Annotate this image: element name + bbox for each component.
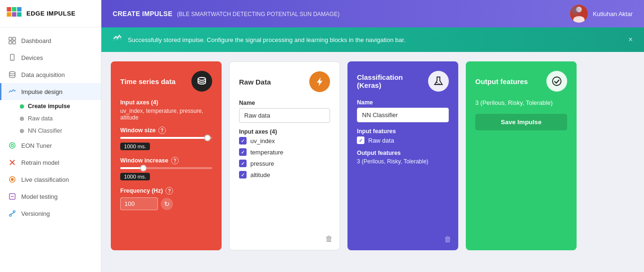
- window-size-slider-row: Window size ? 1000 ms.: [120, 127, 212, 154]
- window-size-slider-track[interactable]: [120, 137, 212, 139]
- raw-data-delete-icon[interactable]: 🗑: [325, 235, 333, 243]
- alert-content: Successfully stored impulse. Configure t…: [113, 34, 405, 45]
- output-features-card: Output features 3 (Perilous, Risky, Tole…: [466, 61, 577, 250]
- svg-point-31: [437, 82, 438, 83]
- time-series-card-header: Time series data: [120, 71, 212, 92]
- window-increase-slider-track[interactable]: [120, 167, 212, 169]
- dashboard-icon: [8, 36, 17, 45]
- sidebar: EDGE IMPULSE Dashboard Devices Data acqu…: [0, 0, 101, 272]
- user-area: Kutluhan Aktar: [570, 5, 633, 23]
- sidebar-item-live-classification[interactable]: Live classification: [0, 171, 101, 188]
- svg-point-27: [570, 5, 588, 23]
- svg-point-28: [198, 77, 206, 80]
- database-icon: [197, 76, 207, 86]
- sidebar-item-dashboard[interactable]: Dashboard: [0, 32, 101, 49]
- raw-data-card: Raw Data Name Input axes (4) uv_index te…: [229, 61, 340, 250]
- sidebar-item-eon-tuner[interactable]: EON Tuner: [0, 137, 101, 154]
- frequency-label: Frequency (Hz) ?: [120, 187, 212, 195]
- window-increase-label: Window increase ?: [120, 157, 212, 164]
- sidebar-item-versioning[interactable]: Versioning: [0, 205, 101, 222]
- sidebar-item-devices[interactable]: Devices: [0, 49, 101, 66]
- versioning-label: Versioning: [21, 210, 50, 217]
- svg-rect-4: [12, 12, 16, 16]
- classification-name-label: Name: [357, 99, 449, 106]
- output-features-icon-circle: [546, 71, 567, 92]
- time-series-title: Time series data: [120, 77, 175, 85]
- sidebar-sub-create-impulse[interactable]: Create impulse: [0, 100, 101, 112]
- raw-data-label: Raw data: [28, 115, 53, 122]
- alert-close-button[interactable]: ×: [628, 35, 633, 44]
- header-subtitle: (BLE SMARTWATCH DETECTING POTENTIAL SUN …: [177, 11, 339, 17]
- raw-data-icon-circle: [309, 71, 330, 92]
- page-header: CREATE IMPULSE (BLE SMARTWATCH DETECTING…: [101, 0, 644, 27]
- raw-data-name-input[interactable]: [239, 108, 330, 123]
- time-series-card: Time series data Input axes (4) uv_index…: [111, 61, 222, 250]
- dashboard-label: Dashboard: [21, 37, 51, 44]
- devices-label: Devices: [21, 54, 43, 61]
- frequency-help-icon[interactable]: ?: [165, 187, 173, 195]
- eon-tuner-icon: [8, 141, 17, 150]
- classification-delete-icon[interactable]: 🗑: [444, 235, 452, 244]
- checkmark-icon: [552, 76, 562, 86]
- sidebar-sub-nn-classifier[interactable]: NN Classifier: [0, 125, 101, 137]
- svg-point-14: [11, 144, 14, 147]
- output-features-card-header: Output features: [475, 71, 567, 92]
- svg-rect-9: [13, 41, 16, 44]
- raw-data-title: Raw Data: [239, 78, 271, 86]
- window-increase-help-icon[interactable]: ?: [171, 157, 179, 164]
- raw-axis-pressure-label: pressure: [250, 160, 274, 167]
- save-impulse-button[interactable]: Save Impulse: [475, 114, 567, 130]
- user-name: Kutluhan Aktar: [593, 10, 633, 17]
- window-size-help-icon[interactable]: ?: [158, 127, 166, 134]
- raw-axis-pressure-checkbox[interactable]: [239, 160, 247, 167]
- svg-rect-2: [17, 7, 21, 11]
- window-size-slider-fill: [120, 137, 207, 139]
- classification-name-input[interactable]: [357, 108, 449, 122]
- svg-point-17: [11, 178, 14, 181]
- alert-icon: [113, 34, 122, 45]
- flask-icon: [433, 76, 444, 86]
- data-acquisition-icon: [8, 70, 17, 79]
- window-size-slider-thumb[interactable]: [204, 135, 211, 141]
- raw-data-card-header: Raw Data: [239, 71, 330, 92]
- versioning-icon: [8, 209, 17, 218]
- raw-axis-altitude-row: altitude: [239, 171, 330, 178]
- raw-axis-uv-checkbox[interactable]: [239, 137, 247, 144]
- sidebar-sub-raw-data[interactable]: Raw data: [0, 112, 101, 125]
- svg-rect-5: [17, 12, 21, 16]
- svg-point-22: [13, 211, 15, 212]
- classification-icon-circle: [428, 71, 449, 92]
- input-axes-label: Input axes (4): [120, 99, 212, 106]
- avatar-image: [570, 5, 588, 23]
- retrain-model-icon: [8, 158, 17, 167]
- sidebar-item-data-acquisition[interactable]: Data acquisition: [0, 66, 101, 83]
- raw-axis-altitude-checkbox[interactable]: [239, 171, 247, 178]
- frequency-refresh-button[interactable]: ↻: [161, 198, 173, 210]
- time-series-icon-circle: [191, 71, 212, 92]
- raw-axis-temp-label: temperature: [250, 149, 283, 156]
- avatar: [570, 5, 588, 23]
- window-size-label: Window size ?: [120, 127, 212, 134]
- svg-point-32: [438, 83, 439, 84]
- model-testing-icon: [8, 192, 17, 201]
- window-increase-badge: 1000 ms.: [120, 173, 150, 180]
- sidebar-item-retrain-model[interactable]: Retrain model: [0, 154, 101, 171]
- data-acquisition-label: Data acquisition: [21, 71, 65, 78]
- sidebar-item-model-testing[interactable]: Model testing: [0, 188, 101, 205]
- impulse-design-icon: [8, 87, 17, 96]
- classification-input-feature-row: Raw data: [357, 136, 449, 144]
- svg-line-23: [10, 212, 14, 214]
- window-increase-slider-thumb[interactable]: [140, 165, 147, 171]
- svg-rect-1: [12, 7, 16, 11]
- devices-icon: [8, 53, 17, 62]
- sidebar-item-impulse-design[interactable]: Impulse design: [0, 83, 101, 100]
- output-features-title: Output features: [475, 77, 528, 85]
- raw-axis-uv-label: uv_index: [250, 137, 275, 144]
- nn-classifier-label: NN Classifier: [28, 128, 62, 134]
- create-impulse-label: Create impulse: [28, 103, 70, 110]
- raw-axis-temp-checkbox[interactable]: [239, 148, 247, 156]
- classification-input-feature-checkbox[interactable]: [357, 136, 364, 144]
- frequency-input[interactable]: [120, 197, 158, 210]
- svg-point-33: [553, 77, 561, 85]
- svg-rect-8: [9, 41, 12, 44]
